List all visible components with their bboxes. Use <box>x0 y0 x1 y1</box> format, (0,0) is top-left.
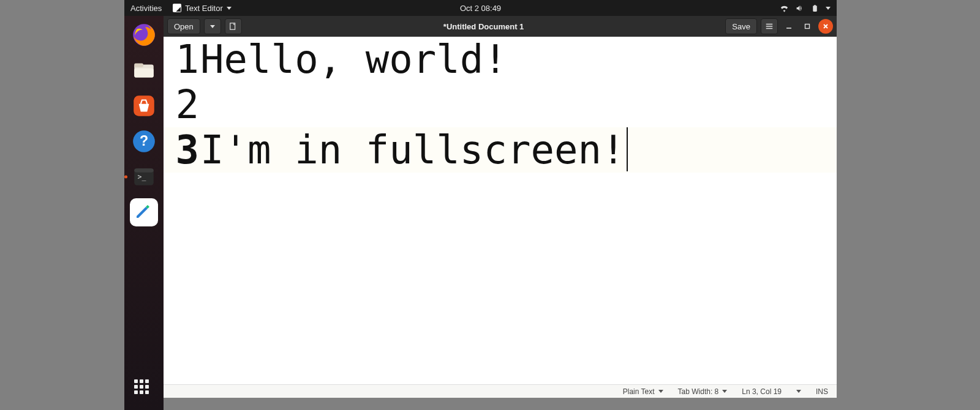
battery-icon <box>810 4 820 12</box>
tab-width-label: Tab Width: 8 <box>678 387 719 396</box>
svg-rect-8 <box>134 168 154 172</box>
text-editor-window: Open *Untitled Document 1 Save 1 Hello, … <box>164 16 837 398</box>
editor-line[interactable]: 3 I'm in fullscreen! <box>164 127 837 173</box>
system-status-area[interactable] <box>780 4 831 12</box>
close-icon <box>822 23 829 30</box>
chevron-down-icon <box>826 7 831 10</box>
chevron-down-icon <box>658 390 663 393</box>
cursor-position-label: Ln 3, Col 19 <box>742 387 782 396</box>
line-text[interactable]: Hello, world! <box>200 37 507 82</box>
clock[interactable]: Oct 2 08:49 <box>460 4 501 13</box>
dock-firefox[interactable] <box>130 21 158 49</box>
syntax-label: Plain Text <box>623 387 655 396</box>
chevron-down-icon <box>722 390 727 393</box>
svg-rect-2 <box>134 63 143 67</box>
open-button[interactable]: Open <box>167 18 200 34</box>
minimize-icon <box>785 23 793 30</box>
line-text[interactable]: I'm in fullscreen! <box>200 127 628 173</box>
editor-line[interactable]: 2 <box>164 82 837 127</box>
dock-text-editor[interactable] <box>130 198 158 226</box>
new-tab-button[interactable] <box>225 18 242 34</box>
dock: ? >_ <box>124 16 164 410</box>
open-recent-button[interactable] <box>204 18 221 34</box>
show-apps-button[interactable] <box>134 379 154 399</box>
text-editor-icon <box>173 4 181 12</box>
hamburger-icon <box>765 22 774 31</box>
new-document-icon <box>229 22 238 31</box>
line-number: 1 <box>164 37 200 82</box>
minimize-button[interactable] <box>782 19 796 34</box>
dock-software[interactable] <box>130 92 158 120</box>
restore-button[interactable] <box>800 19 815 34</box>
syntax-selector[interactable]: Plain Text <box>623 387 663 396</box>
dock-help[interactable]: ? <box>130 127 158 155</box>
svg-rect-11 <box>805 24 810 29</box>
line-number: 3 <box>164 127 200 173</box>
editor-area[interactable]: 1 Hello, world! 2 3 I'm in fullscreen! <box>164 37 837 384</box>
header-bar: Open *Untitled Document 1 Save <box>164 16 837 37</box>
close-button[interactable] <box>818 19 833 34</box>
line-number: 2 <box>164 82 200 127</box>
dock-files[interactable] <box>130 56 158 84</box>
status-bar: Plain Text Tab Width: 8 Ln 3, Col 19 INS <box>164 384 837 398</box>
app-menu-label: Text Editor <box>185 4 222 13</box>
gnome-top-bar: Activities Text Editor Oct 2 08:49 <box>124 0 837 16</box>
save-button[interactable]: Save <box>725 18 757 34</box>
chevron-down-icon <box>210 25 215 28</box>
hamburger-menu-button[interactable] <box>761 18 778 34</box>
app-menu[interactable]: Text Editor <box>173 4 231 13</box>
editor-line[interactable]: 1 Hello, world! <box>164 37 837 82</box>
svg-text:>_: >_ <box>138 173 146 181</box>
insert-mode[interactable]: INS <box>816 387 828 396</box>
window-title: *Untitled Document 1 <box>246 22 722 31</box>
dock-terminal[interactable]: >_ <box>130 163 158 191</box>
svg-rect-3 <box>134 69 154 78</box>
svg-text:?: ? <box>140 133 148 149</box>
tab-width-selector[interactable]: Tab Width: 8 <box>678 387 728 396</box>
restore-icon <box>804 23 811 30</box>
chevron-down-icon[interactable] <box>796 390 801 393</box>
activities-button[interactable]: Activities <box>130 4 162 13</box>
wifi-icon <box>780 4 789 12</box>
cursor-position[interactable]: Ln 3, Col 19 <box>742 387 782 396</box>
volume-icon <box>795 4 804 12</box>
chevron-down-icon <box>227 7 232 10</box>
